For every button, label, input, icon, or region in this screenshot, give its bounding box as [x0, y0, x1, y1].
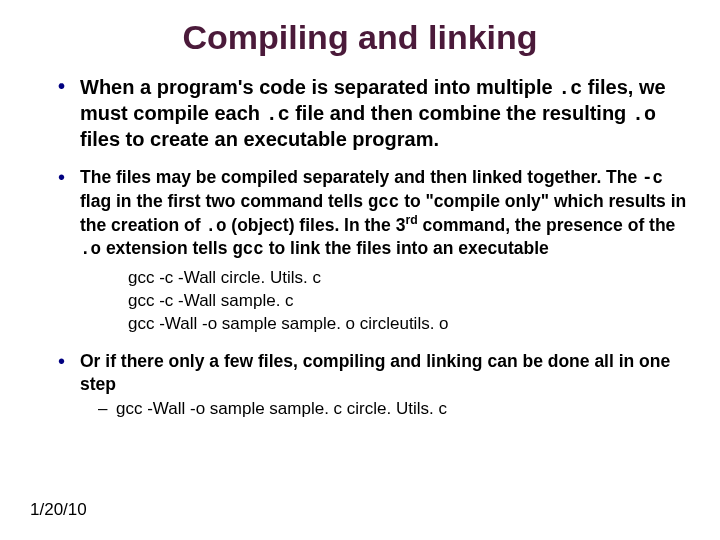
b1-code-2: .c [266, 103, 290, 126]
b2-sup: rd [405, 213, 417, 227]
b1-text-post: files to create an executable program. [80, 128, 439, 150]
b1-text-mid2: file and then combine the resulting [290, 102, 632, 124]
b2-code-4: .o [80, 239, 101, 259]
slide-title: Compiling and linking [30, 18, 690, 57]
b2-text-post: to link the files into an executable [264, 238, 549, 258]
cmd-3: gcc -Wall -o sample sample. o circleutil… [128, 313, 690, 336]
bullet-3: Or if there only a few files, compiling … [58, 350, 690, 420]
slide-date: 1/20/10 [30, 500, 87, 520]
b3-text: Or if there only a few files, compiling … [80, 350, 690, 396]
b1-code-1: .c [558, 77, 582, 100]
b2-text-pre: The files may be compiled separately and… [80, 167, 642, 187]
b2-text-mid4: command, the presence of the [418, 215, 676, 235]
b2-code-5: gcc [232, 239, 264, 259]
sub-item-1: gcc -Wall -o sample sample. c circle. Ut… [98, 399, 690, 419]
sub-list: gcc -Wall -o sample sample. c circle. Ut… [80, 399, 690, 419]
cmd-1: gcc -c -Wall circle. Utils. c [128, 267, 690, 290]
b1-text-pre: When a program's code is separated into … [80, 76, 558, 98]
command-block: gcc -c -Wall circle. Utils. c gcc -c -Wa… [128, 267, 690, 336]
bullet-2: The files may be compiled separately and… [58, 166, 690, 336]
bullet-list: When a program's code is separated into … [30, 75, 690, 419]
b2-text-mid5: extension tells [101, 238, 232, 258]
b2-text-mid3: (object) files. In the 3 [226, 215, 405, 235]
b2-code-2: gcc [368, 192, 400, 212]
cmd-2: gcc -c -Wall sample. c [128, 290, 690, 313]
b2-code-3: .o [205, 216, 226, 236]
b1-code-3: .o [632, 103, 656, 126]
b2-code-1: -c [642, 168, 663, 188]
bullet-1: When a program's code is separated into … [58, 75, 690, 152]
b2-text-mid1: flag in the first two command tells [80, 191, 368, 211]
